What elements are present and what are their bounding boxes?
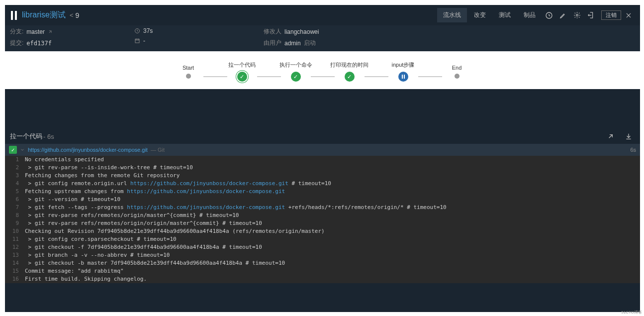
stage-node-icon[interactable] xyxy=(186,74,191,79)
edit-icon[interactable] xyxy=(556,9,569,22)
log-line-text: Fetching upstream changes from https://g… xyxy=(25,188,285,196)
tab-tests[interactable]: 测试 xyxy=(493,8,517,22)
log-line-text: Fetching changes from the remote Git rep… xyxy=(25,172,180,180)
duration-value: 37s xyxy=(143,27,153,34)
log-line-number: 4 xyxy=(5,180,25,188)
log-body: 1No credentials specified2 > git rev-par… xyxy=(5,156,640,283)
log-line: 6 > git --version # timeout=10 xyxy=(5,196,640,204)
log-line: 16First time build. Skipping changelog. xyxy=(5,275,640,283)
build-number: 9 xyxy=(76,11,80,19)
log-line-number: 10 xyxy=(5,227,25,235)
gear-icon[interactable] xyxy=(570,9,583,22)
log-line-text: > git checkout -f 7df9405b8de21e39dff44b… xyxy=(25,243,262,251)
clock-icon xyxy=(134,28,140,34)
log-line: 4 > git config remote.origin.url https:/… xyxy=(5,180,640,188)
log-line-number: 13 xyxy=(5,251,25,259)
log-line-number: 6 xyxy=(5,196,25,204)
log-line-text: Checking out Revision 7df9405b8de21e39df… xyxy=(25,227,325,235)
stage-label: 打印现在的时间 xyxy=(330,61,368,69)
stage-start[interactable]: Start xyxy=(174,65,203,79)
log-line: 13 > git branch -a -v --no-abbrev # time… xyxy=(5,251,640,259)
stage-node-icon[interactable]: ✓ xyxy=(237,72,247,82)
pause-icon xyxy=(10,11,18,20)
branch-value: master xyxy=(26,28,45,35)
log-line: 11 > git config core.sparsecheckout # ti… xyxy=(5,235,640,243)
log-header: 拉一个代码 - 6s xyxy=(5,129,640,144)
external-link-icon[interactable] xyxy=(48,29,53,34)
close-icon[interactable] xyxy=(622,9,635,22)
modifier-value: liangchaowei xyxy=(284,28,319,35)
stage-label: input步骤 xyxy=(392,61,415,69)
stage-label: 执行一个命令 xyxy=(279,61,312,69)
header-tabs: 流水线 改变 测试 制品 注销 xyxy=(437,8,635,22)
stage-label: Start xyxy=(183,65,194,71)
stage-exec[interactable]: 执行一个命令✓ xyxy=(281,61,311,82)
stage-end[interactable]: End xyxy=(442,65,472,79)
pipeline-graph: Start拉一个代码✓执行一个命令✓打印现在的时间✓input步骤End xyxy=(5,51,640,89)
started-by-user: admin xyxy=(284,40,301,47)
stage-node-icon[interactable]: ✓ xyxy=(345,72,355,82)
log-line: 10Checking out Revision 7df9405b8de21e39… xyxy=(5,227,640,235)
log-line-number: 15 xyxy=(5,267,25,275)
stage-node-icon[interactable] xyxy=(398,72,408,82)
exit-icon[interactable] xyxy=(584,9,597,22)
open-new-icon[interactable] xyxy=(604,130,617,143)
log-line-text: No credentials specified xyxy=(25,156,104,164)
stage-node-icon[interactable] xyxy=(455,74,460,79)
branch-label: 分支: xyxy=(10,27,23,36)
chevron-left-icon[interactable]: < xyxy=(70,11,74,19)
log-line-text: Commit message: "add rabbitmq" xyxy=(25,267,124,275)
started-by-suffix: 启动 xyxy=(304,39,316,47)
logout-button[interactable]: 注销 xyxy=(601,10,621,20)
stage-label: End xyxy=(452,65,462,71)
watermark: 51CTO博客 xyxy=(621,310,642,315)
modifier-label: 修改人 xyxy=(264,27,281,36)
log-line: 3Fetching changes from the remote Git re… xyxy=(5,172,640,180)
log-line: 7 > git fetch --tags --progress https://… xyxy=(5,204,640,211)
started-by-label: 由用户 xyxy=(264,39,281,47)
rerun-icon[interactable] xyxy=(543,9,555,22)
log-stage-title: 拉一个代码 xyxy=(10,132,42,141)
stage-node-icon[interactable]: ✓ xyxy=(291,72,301,82)
log-line-number: 14 xyxy=(5,259,25,267)
log-line-number: 12 xyxy=(5,243,25,251)
log-line-text: > git fetch --tags --progress https://gi… xyxy=(25,204,447,211)
commit-label: 提交: xyxy=(10,39,23,47)
log-line-text: > git rev-parse refs/remotes/origin/mast… xyxy=(25,211,239,219)
check-icon: ✓ xyxy=(9,146,17,154)
info-bar: 分支: master 提交: efd137f 37s xyxy=(5,25,640,51)
log-line: 5Fetching upstream changes from https://… xyxy=(5,188,640,196)
log-line-number: 9 xyxy=(5,219,25,227)
log-repo-link[interactable]: https://github.com/jinyunboss/docker-com… xyxy=(28,147,148,153)
log-line: 2 > git rev-parse --is-inside-work-tree … xyxy=(5,164,640,172)
chevron-down-icon[interactable] xyxy=(20,147,25,152)
log-line-text: > git config remote.origin.url https://g… xyxy=(25,180,331,188)
log-line: 8 > git rev-parse refs/remotes/origin/ma… xyxy=(5,211,640,219)
log-step-time: 6s xyxy=(630,147,636,153)
log-line-text: > git checkout -b master 7df9405b8de21e3… xyxy=(25,259,285,267)
download-icon[interactable] xyxy=(622,130,635,143)
stage-input[interactable]: input步骤 xyxy=(388,61,418,82)
log-line: 15Commit message: "add rabbitmq" xyxy=(5,267,640,275)
log-line-text: > git rev-parse --is-inside-work-tree # … xyxy=(25,164,193,172)
tab-changes[interactable]: 改变 xyxy=(468,8,492,22)
stage-print[interactable]: 打印现在的时间✓ xyxy=(335,61,365,82)
date-dash: - xyxy=(143,37,145,44)
log-line: 12 > git checkout -f 7df9405b8de21e39dff… xyxy=(5,243,640,251)
log-line-number: 5 xyxy=(5,188,25,196)
log-line-text: > git branch -a -v --no-abbrev # timeout… xyxy=(25,251,170,259)
build-title[interactable]: librarise测试 xyxy=(22,10,66,20)
log-line-number: 1 xyxy=(5,156,25,164)
header-bar: librarise测试 < 9 流水线 改变 测试 制品 注销 xyxy=(5,5,640,25)
log-line-number: 8 xyxy=(5,211,25,219)
stage-pull[interactable]: 拉一个代码✓ xyxy=(227,61,257,82)
log-line-text: > git --version # timeout=10 xyxy=(25,196,120,204)
tab-artifacts[interactable]: 制品 xyxy=(518,8,542,22)
calendar-icon xyxy=(134,38,140,44)
commit-value: efd137f xyxy=(26,40,52,47)
log-line-number: 16 xyxy=(5,275,25,283)
log-step-header[interactable]: ✓ https://github.com/jinyunboss/docker-c… xyxy=(5,144,640,156)
log-line: 14 > git checkout -b master 7df9405b8de2… xyxy=(5,259,640,267)
svg-point-1 xyxy=(576,14,578,16)
tab-pipeline[interactable]: 流水线 xyxy=(437,8,467,22)
